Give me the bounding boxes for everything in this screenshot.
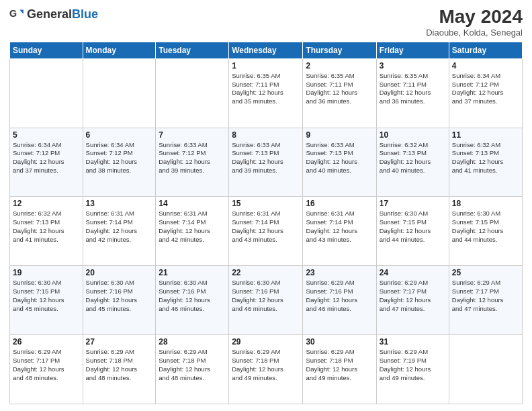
calendar-cell: 5Sunrise: 6:34 AM Sunset: 7:12 PM Daylig…: [10, 128, 83, 197]
logo-text: GeneralBlue: [27, 7, 98, 21]
col-monday: Monday: [83, 42, 156, 58]
month-title: May 2024: [426, 7, 523, 28]
day-number: 31: [380, 337, 446, 347]
calendar-cell: 7Sunrise: 6:33 AM Sunset: 7:12 PM Daylig…: [156, 128, 229, 197]
calendar-cell: 31Sunrise: 6:29 AM Sunset: 7:19 PM Dayli…: [376, 335, 449, 404]
day-number: 23: [306, 268, 373, 277]
day-info: Sunrise: 6:29 AM Sunset: 7:18 PM Dayligh…: [306, 348, 373, 382]
day-info: Sunrise: 6:30 AM Sunset: 7:16 PM Dayligh…: [159, 279, 226, 313]
header-right: May 2024 Diaoube, Kolda, Senegal: [426, 7, 523, 38]
day-number: 28: [159, 337, 226, 347]
day-number: 19: [13, 268, 80, 277]
col-tuesday: Tuesday: [156, 42, 229, 58]
calendar-header-row: Sunday Monday Tuesday Wednesday Thursday…: [10, 42, 523, 58]
day-number: 30: [306, 337, 373, 347]
calendar-cell: 11Sunrise: 6:32 AM Sunset: 7:13 PM Dayli…: [449, 128, 522, 197]
location: Diaoube, Kolda, Senegal: [426, 28, 523, 38]
day-info: Sunrise: 6:29 AM Sunset: 7:16 PM Dayligh…: [306, 279, 373, 313]
calendar-cell: 15Sunrise: 6:31 AM Sunset: 7:14 PM Dayli…: [229, 197, 303, 266]
day-info: Sunrise: 6:34 AM Sunset: 7:12 PM Dayligh…: [452, 72, 519, 106]
day-info: Sunrise: 6:29 AM Sunset: 7:18 PM Dayligh…: [232, 348, 300, 382]
calendar-cell: 23Sunrise: 6:29 AM Sunset: 7:16 PM Dayli…: [303, 266, 376, 335]
day-info: Sunrise: 6:34 AM Sunset: 7:12 PM Dayligh…: [86, 141, 153, 175]
day-number: 9: [306, 130, 373, 140]
day-number: 5: [13, 130, 80, 140]
calendar-cell: 16Sunrise: 6:31 AM Sunset: 7:14 PM Dayli…: [303, 197, 376, 266]
day-info: Sunrise: 6:35 AM Sunset: 7:11 PM Dayligh…: [232, 72, 300, 106]
svg-marker-1: [19, 9, 24, 14]
calendar-cell: 18Sunrise: 6:30 AM Sunset: 7:15 PM Dayli…: [449, 197, 522, 266]
logo-blue: Blue: [72, 7, 98, 21]
calendar-cell: 19Sunrise: 6:30 AM Sunset: 7:15 PM Dayli…: [10, 266, 83, 335]
day-number: 29: [232, 337, 300, 347]
day-info: Sunrise: 6:29 AM Sunset: 7:19 PM Dayligh…: [380, 348, 446, 382]
col-wednesday: Wednesday: [229, 42, 303, 58]
day-info: Sunrise: 6:30 AM Sunset: 7:15 PM Dayligh…: [380, 210, 446, 244]
day-info: Sunrise: 6:29 AM Sunset: 7:18 PM Dayligh…: [159, 348, 226, 382]
col-sunday: Sunday: [10, 42, 83, 58]
svg-text:G: G: [9, 8, 17, 19]
day-info: Sunrise: 6:31 AM Sunset: 7:14 PM Dayligh…: [159, 210, 226, 244]
day-info: Sunrise: 6:31 AM Sunset: 7:14 PM Dayligh…: [86, 210, 153, 244]
day-number: 22: [232, 268, 300, 277]
day-info: Sunrise: 6:35 AM Sunset: 7:11 PM Dayligh…: [380, 72, 446, 106]
calendar-table: Sunday Monday Tuesday Wednesday Thursday…: [9, 42, 523, 404]
day-info: Sunrise: 6:30 AM Sunset: 7:16 PM Dayligh…: [232, 279, 300, 313]
calendar-week-row: 5Sunrise: 6:34 AM Sunset: 7:12 PM Daylig…: [10, 128, 523, 197]
calendar-cell: 1Sunrise: 6:35 AM Sunset: 7:11 PM Daylig…: [229, 58, 303, 128]
day-number: 4: [452, 61, 519, 71]
day-number: 6: [86, 130, 153, 140]
day-number: 10: [380, 130, 446, 140]
page-header: G GeneralBlue May 2024 Diaoube, Kolda, S…: [9, 7, 523, 38]
generalblue-logo-icon: G: [9, 7, 24, 21]
calendar-cell: 22Sunrise: 6:30 AM Sunset: 7:16 PM Dayli…: [229, 266, 303, 335]
calendar-cell: 9Sunrise: 6:33 AM Sunset: 7:13 PM Daylig…: [303, 128, 376, 197]
day-info: Sunrise: 6:30 AM Sunset: 7:16 PM Dayligh…: [86, 279, 153, 313]
day-info: Sunrise: 6:29 AM Sunset: 7:17 PM Dayligh…: [13, 348, 80, 382]
day-info: Sunrise: 6:29 AM Sunset: 7:18 PM Dayligh…: [86, 348, 153, 382]
calendar-cell: 27Sunrise: 6:29 AM Sunset: 7:18 PM Dayli…: [83, 335, 156, 404]
calendar-week-row: 12Sunrise: 6:32 AM Sunset: 7:13 PM Dayli…: [10, 197, 523, 266]
calendar-cell: [449, 335, 522, 404]
day-number: 18: [452, 199, 519, 208]
calendar-cell: 12Sunrise: 6:32 AM Sunset: 7:13 PM Dayli…: [10, 197, 83, 266]
day-number: 1: [232, 61, 300, 71]
day-number: 15: [232, 199, 300, 208]
day-info: Sunrise: 6:31 AM Sunset: 7:14 PM Dayligh…: [232, 210, 300, 244]
day-number: 2: [306, 61, 373, 71]
calendar-cell: 25Sunrise: 6:29 AM Sunset: 7:17 PM Dayli…: [449, 266, 522, 335]
day-number: 20: [86, 268, 153, 277]
day-info: Sunrise: 6:32 AM Sunset: 7:13 PM Dayligh…: [452, 141, 519, 175]
day-info: Sunrise: 6:32 AM Sunset: 7:13 PM Dayligh…: [13, 210, 80, 244]
calendar-cell: 10Sunrise: 6:32 AM Sunset: 7:13 PM Dayli…: [376, 128, 449, 197]
calendar-cell: [10, 58, 83, 128]
calendar-cell: 28Sunrise: 6:29 AM Sunset: 7:18 PM Dayli…: [156, 335, 229, 404]
calendar-cell: 29Sunrise: 6:29 AM Sunset: 7:18 PM Dayli…: [229, 335, 303, 404]
calendar-cell: [83, 58, 156, 128]
calendar-cell: 26Sunrise: 6:29 AM Sunset: 7:17 PM Dayli…: [10, 335, 83, 404]
calendar-week-row: 19Sunrise: 6:30 AM Sunset: 7:15 PM Dayli…: [10, 266, 523, 335]
col-saturday: Saturday: [449, 42, 522, 58]
day-number: 13: [86, 199, 153, 208]
day-info: Sunrise: 6:30 AM Sunset: 7:15 PM Dayligh…: [452, 210, 519, 244]
col-friday: Friday: [376, 42, 449, 58]
logo-general: General: [27, 7, 72, 21]
day-number: 12: [13, 199, 80, 208]
day-number: 25: [452, 268, 519, 277]
day-info: Sunrise: 6:29 AM Sunset: 7:17 PM Dayligh…: [380, 279, 446, 313]
day-number: 7: [159, 130, 226, 140]
calendar-cell: 30Sunrise: 6:29 AM Sunset: 7:18 PM Dayli…: [303, 335, 376, 404]
day-info: Sunrise: 6:29 AM Sunset: 7:17 PM Dayligh…: [452, 279, 519, 313]
day-number: 24: [380, 268, 446, 277]
day-number: 3: [380, 61, 446, 71]
day-info: Sunrise: 6:33 AM Sunset: 7:13 PM Dayligh…: [232, 141, 300, 175]
day-info: Sunrise: 6:33 AM Sunset: 7:12 PM Dayligh…: [159, 141, 226, 175]
day-number: 27: [86, 337, 153, 347]
calendar-cell: 8Sunrise: 6:33 AM Sunset: 7:13 PM Daylig…: [229, 128, 303, 197]
calendar-cell: 4Sunrise: 6:34 AM Sunset: 7:12 PM Daylig…: [449, 58, 522, 128]
day-info: Sunrise: 6:34 AM Sunset: 7:12 PM Dayligh…: [13, 141, 80, 175]
calendar-cell: 21Sunrise: 6:30 AM Sunset: 7:16 PM Dayli…: [156, 266, 229, 335]
calendar-cell: 3Sunrise: 6:35 AM Sunset: 7:11 PM Daylig…: [376, 58, 449, 128]
logo: G GeneralBlue: [9, 7, 98, 21]
calendar-cell: 20Sunrise: 6:30 AM Sunset: 7:16 PM Dayli…: [83, 266, 156, 335]
